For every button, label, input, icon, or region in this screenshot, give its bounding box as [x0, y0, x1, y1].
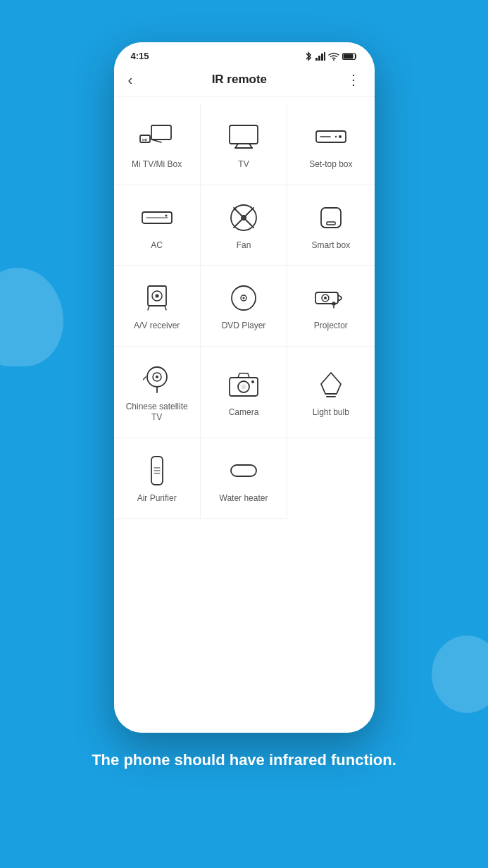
waterheater-icon: [225, 455, 262, 486]
svg-line-45: [143, 377, 146, 380]
ac-icon: [139, 202, 175, 233]
svg-point-38: [324, 297, 327, 299]
svg-point-21: [165, 214, 167, 216]
svg-rect-0: [315, 58, 318, 61]
nav-bar: ‹ IR remote ⋮: [114, 66, 375, 97]
satellite-label: Chinese satellite TV: [121, 402, 193, 423]
grid-item-avreceiver[interactable]: A/V receiver: [114, 266, 201, 347]
wifi-icon: [328, 52, 339, 61]
grid-item-satellite[interactable]: Chinese satellite TV: [114, 347, 201, 438]
svg-point-17: [339, 135, 342, 138]
svg-text:mi: mi: [142, 137, 147, 142]
blob-right: [432, 636, 488, 713]
grid-item-settop[interactable]: Set-top box: [287, 104, 374, 185]
svg-point-35: [242, 297, 244, 299]
svg-point-49: [251, 380, 254, 383]
projector-icon: [313, 283, 349, 314]
svg-rect-3: [324, 52, 325, 61]
svg-rect-11: [230, 125, 258, 144]
avreceiver-label: A/V receiver: [134, 321, 180, 332]
battery-icon: [342, 52, 358, 61]
grid-item-waterheater[interactable]: Water heater: [201, 438, 287, 519]
svg-line-31: [148, 306, 149, 310]
page-title: IR remote: [212, 73, 267, 87]
grid-container: mi Mi TV/Mi Box TV: [114, 97, 375, 733]
svg-rect-1: [318, 56, 320, 61]
camera-label: Camera: [229, 407, 259, 418]
dvd-label: DVD Player: [222, 321, 266, 332]
svg-line-32: [165, 306, 166, 310]
avreceiver-icon: [139, 283, 175, 314]
svg-rect-27: [327, 222, 335, 225]
svg-point-30: [155, 294, 158, 298]
blob-left: [0, 268, 63, 366]
grid-item-ac[interactable]: AC: [114, 185, 201, 266]
camera-icon: [225, 369, 262, 400]
settop-icon: [313, 121, 349, 152]
status-icons: [304, 51, 358, 61]
status-time: 4:15: [131, 51, 149, 61]
bluetooth-icon: [304, 51, 313, 61]
grid-item-airpurifier[interactable]: Air Purifier: [114, 438, 201, 519]
svg-point-18: [335, 136, 337, 137]
satellite-icon: [139, 364, 175, 395]
grid-item-mi-tv[interactable]: mi Mi TV/Mi Box: [114, 104, 201, 185]
bottom-text: The phone should have infrared function.: [63, 750, 425, 771]
svg-rect-55: [231, 465, 256, 476]
phone-shell: 4:15: [114, 42, 375, 733]
grid-item-fan[interactable]: Fan: [201, 185, 287, 266]
grid-item-lightbulb[interactable]: Light bulb: [287, 347, 374, 438]
dvd-icon: [225, 283, 262, 314]
mi-tv-icon: mi: [139, 121, 175, 152]
mi-tv-label: Mi TV/Mi Box: [132, 159, 182, 170]
grid-item-projector[interactable]: Projector: [287, 266, 374, 347]
svg-rect-7: [151, 125, 171, 140]
status-bar: 4:15: [114, 42, 375, 66]
svg-rect-6: [343, 54, 353, 58]
back-button[interactable]: ‹: [128, 72, 133, 88]
tv-icon: [225, 121, 262, 152]
svg-point-4: [333, 59, 334, 61]
lightbulb-label: Light bulb: [313, 407, 349, 418]
grid-item-tv[interactable]: TV: [201, 104, 287, 185]
svg-rect-2: [321, 54, 323, 61]
more-button[interactable]: ⋮: [346, 71, 361, 88]
lightbulb-icon: [313, 369, 349, 400]
grid-item-smartbox[interactable]: Smart box: [287, 185, 374, 266]
grid-item-camera[interactable]: Camera: [201, 347, 287, 438]
tv-label: TV: [238, 159, 249, 170]
svg-point-43: [156, 376, 158, 378]
airpurifier-label: Air Purifier: [137, 493, 177, 504]
fan-label: Fan: [237, 240, 251, 252]
fan-icon: [225, 202, 262, 233]
signal-icon: [315, 52, 325, 61]
airpurifier-icon: [139, 455, 175, 486]
svg-point-48: [241, 384, 246, 389]
smartbox-icon: [313, 202, 349, 233]
grid-item-dvd[interactable]: DVD Player: [201, 266, 287, 347]
settop-label: Set-top box: [309, 159, 352, 170]
device-grid: mi Mi TV/Mi Box TV: [114, 104, 375, 519]
waterheater-label: Water heater: [220, 493, 268, 504]
ac-label: AC: [151, 240, 163, 252]
smartbox-label: Smart box: [311, 240, 350, 252]
projector-label: Projector: [314, 321, 348, 332]
